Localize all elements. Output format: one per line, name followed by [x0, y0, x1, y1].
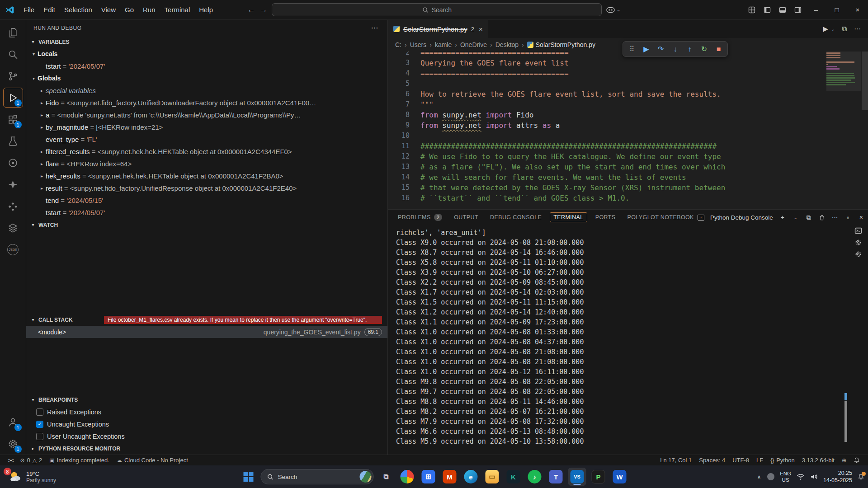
terminal[interactable]: richcls', 'area_unit']Class X9.0 occurre…: [388, 225, 868, 455]
tab-solarstormpython[interactable]: SolarStormPython.py 2 ×: [388, 20, 488, 38]
debug-stop-button[interactable]: ■: [712, 43, 725, 56]
variable-row[interactable]: ▸special variables: [26, 84, 387, 97]
terminal-dropdown-chevron-icon[interactable]: ⌄: [792, 215, 799, 220]
panel-tab-ports[interactable]: PORTS: [592, 212, 619, 222]
variable-row[interactable]: tstart = '2024/05/07': [26, 60, 387, 72]
debug-step-out-button[interactable]: ↑: [683, 43, 696, 56]
breadcrumb-item[interactable]: Users: [410, 41, 427, 48]
variable-row[interactable]: tstart = '2024/05/07': [26, 206, 387, 219]
taskbar-search[interactable]: Search: [261, 469, 374, 484]
code-line[interactable]: 14# we will search for flare events. We …: [388, 172, 868, 183]
taskbar-app-spotify[interactable]: ♪: [526, 468, 544, 486]
menu-view[interactable]: View: [97, 3, 120, 17]
code-line[interactable]: 16# ``tstart`` and ``tend`` and GOES cla…: [388, 193, 868, 203]
clock[interactable]: 20:25 14-05-2025: [823, 469, 852, 484]
code-line[interactable]: 12# We use Fido to to query the HEK cata…: [388, 151, 868, 162]
gear-icon[interactable]: [854, 250, 862, 258]
watch-section-header[interactable]: ▾ WATCH: [26, 219, 387, 231]
code-line[interactable]: 7""": [388, 99, 868, 110]
command-center-search[interactable]: Search: [272, 3, 602, 16]
variable-row[interactable]: ▸a = <module 'sunpy.net.attrs' from 'c:\…: [26, 109, 387, 121]
panel-tab-output[interactable]: OUTPUT: [450, 212, 482, 222]
status-cursor-position[interactable]: Ln 17, Col 1: [656, 457, 695, 464]
forward-button[interactable]: →: [259, 5, 267, 14]
code-line[interactable]: 3Querying the GOES flare event list: [388, 58, 868, 68]
panel-tab-debug-console[interactable]: DEBUG CONSOLE: [486, 212, 545, 222]
debug-continue-button[interactable]: ▶: [640, 43, 653, 56]
checkbox[interactable]: ✓: [36, 421, 43, 428]
menu-selection[interactable]: Selection: [60, 3, 97, 17]
scrollbar-thumb[interactable]: [862, 52, 868, 110]
new-terminal-button[interactable]: +: [779, 214, 786, 221]
menu-edit[interactable]: Edit: [39, 3, 60, 17]
remote-indicator[interactable]: ><: [5, 455, 16, 465]
breadcrumb-item[interactable]: SolarStormPython.py: [527, 41, 595, 48]
terminal-instance-icon[interactable]: [854, 227, 862, 235]
start-button[interactable]: [240, 468, 258, 486]
code-line[interactable]: 13# as a flare ("FL"). We also set up th…: [388, 162, 868, 172]
taskbar-app-microsoft-365[interactable]: M: [441, 468, 459, 486]
taskbar-app-microsoft-store[interactable]: ⊞: [420, 468, 438, 486]
call-stack-section-header[interactable]: ▾ CALL STACK File october_M1_flares.csv …: [26, 314, 387, 326]
toggle-panel-button[interactable]: [775, 3, 790, 17]
sidebar-item-extensions[interactable]: 1: [2, 108, 24, 130]
breadcrumb-item[interactable]: C:: [395, 41, 401, 48]
code-line[interactable]: 4==================================: [388, 68, 868, 79]
tab-close-button[interactable]: ×: [479, 25, 483, 33]
editor-scrollbar[interactable]: [862, 52, 868, 209]
variable-row[interactable]: ▸Fido = <sunpy.net.fido_factory.UnifiedD…: [26, 97, 387, 109]
taskbar-app-teams[interactable]: T: [547, 468, 565, 486]
sidebar-item-testing[interactable]: [2, 130, 24, 152]
more-actions-button[interactable]: ⋯: [854, 25, 861, 33]
terminal-scrollbar-thumb[interactable]: [844, 401, 847, 442]
status-eol[interactable]: LF: [753, 457, 767, 464]
variable-row[interactable]: ▸by_magnitude = [<HEKRow index=21>: [26, 121, 387, 133]
menu-file[interactable]: File: [19, 3, 39, 17]
panel-more-actions-button[interactable]: ⋯: [831, 214, 839, 221]
variable-row[interactable]: ▸filtered_results = <sunpy.net.hek.hek.H…: [26, 145, 387, 158]
toggle-secondary-sidebar-button[interactable]: [790, 3, 806, 17]
volume-icon[interactable]: [810, 473, 818, 480]
maximize-panel-button[interactable]: ∧: [844, 215, 852, 220]
breakpoint-item[interactable]: ✓Uncaught Exceptions: [26, 418, 387, 430]
variables-scope-row[interactable]: ▾Globals: [26, 72, 387, 84]
code-line[interactable]: 5: [388, 79, 868, 89]
editor[interactable]: 2==================================3Quer…: [388, 52, 868, 209]
breadcrumb-item[interactable]: OneDrive: [460, 41, 487, 48]
variable-row[interactable]: event_type = 'FL': [26, 133, 387, 145]
breadcrumb-item[interactable]: kamle: [435, 41, 452, 48]
sidebar-item-search[interactable]: [2, 43, 24, 65]
panel-tab-polyglot-notebook[interactable]: POLYGLOT NOTEBOOK: [624, 212, 698, 222]
notifications-button[interactable]: [850, 455, 863, 465]
manage-settings-button[interactable]: 1: [2, 433, 24, 455]
debug-step-over-button[interactable]: ↷: [654, 43, 667, 56]
code-line[interactable]: 8from sunpy.net import Fido: [388, 110, 868, 120]
panel-tab-problems[interactable]: PROBLEMS2: [394, 212, 446, 223]
status-globe[interactable]: ⊕: [838, 457, 850, 464]
accounts-button[interactable]: 1: [2, 411, 24, 433]
code-line[interactable]: 10: [388, 131, 868, 141]
debug-step-into-button[interactable]: ↓: [669, 43, 682, 56]
taskbar-app-file-explorer[interactable]: ▭: [483, 468, 501, 486]
breakpoint-item[interactable]: User Uncaught Exceptions: [26, 430, 387, 442]
taskbar-app-chrome[interactable]: [398, 468, 416, 486]
minimize-button[interactable]: –: [806, 0, 826, 20]
variables-scope-row[interactable]: ▾Locals: [26, 48, 387, 60]
maximize-button[interactable]: □: [826, 0, 847, 20]
wifi-icon[interactable]: [797, 473, 805, 480]
code-line[interactable]: 6How to retrieve the GOES flare event li…: [388, 89, 868, 99]
menu-help[interactable]: Help: [194, 3, 217, 17]
taskbar-app-word[interactable]: W: [611, 468, 629, 486]
sidebar-item-json-extension[interactable]: Json: [2, 239, 24, 260]
status-python-interpreter[interactable]: 3.13.2 64-bit: [798, 457, 838, 464]
close-button[interactable]: ×: [847, 0, 868, 20]
views-more-actions-button[interactable]: ⋯: [371, 23, 381, 32]
notification-bell-icon[interactable]: [858, 473, 864, 480]
kill-terminal-button[interactable]: [818, 214, 826, 221]
hidden-icons-button[interactable]: ∧: [756, 474, 762, 480]
sidebar-item-diamond-extension[interactable]: [2, 195, 24, 217]
close-panel-button[interactable]: ×: [858, 214, 865, 221]
status-indentation[interactable]: Spaces: 4: [695, 457, 729, 464]
weather-widget[interactable]: 8 19°C Partly sunny: [5, 468, 60, 485]
run-dropdown-chevron-icon[interactable]: ⌄: [831, 27, 835, 32]
